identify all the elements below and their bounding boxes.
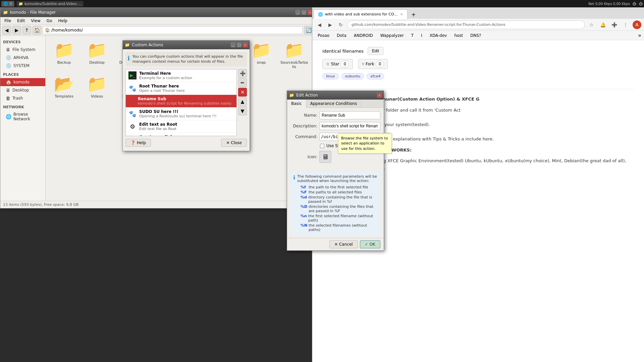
sidebar-item-browse-network[interactable]: 🌐 Browse Network <box>0 111 45 123</box>
reload-button[interactable]: ↻ <box>336 20 345 29</box>
dialog-info-box: ℹ You can configure custom actions that … <box>125 52 247 66</box>
tag-xubuntu[interactable]: xubuntu <box>341 73 364 79</box>
path-icon: 🏠 <box>45 28 50 33</box>
folder-sources[interactable]: 📁 Sources&Tarballs <box>279 39 309 70</box>
bookmark-t[interactable]: T <box>409 33 416 39</box>
folder-templates[interactable]: 📂 Templates <box>49 73 79 100</box>
params-info-header: ℹ The following command parameters will … <box>293 174 378 183</box>
action-list-container: ▶_ Terminal Here Example for a custom ac… <box>125 69 247 137</box>
menu-edit[interactable]: Edit <box>14 18 28 24</box>
dialog-maximize-button[interactable]: □ <box>237 43 241 47</box>
fork-icon: ⑂ <box>362 62 364 66</box>
back-button[interactable]: ◀ <box>2 26 11 35</box>
tag-linux[interactable]: linux <box>322 73 339 79</box>
add-action-button[interactable]: ➕ <box>238 69 247 78</box>
action-item-root-thunar[interactable]: 🐾 Root Thunar here Open a root Thunar he… <box>126 82 236 95</box>
dialog-close-button[interactable]: × <box>243 43 248 47</box>
startup-notification-checkbox[interactable] <box>320 144 324 148</box>
help-button[interactable]: ❓ Help <box>125 139 151 147</box>
bookmark-i[interactable]: I <box>418 33 425 39</box>
back-nav-button[interactable]: ◀ <box>315 20 324 29</box>
devices-title: DEVICES <box>0 39 45 46</box>
bookmark-posao[interactable]: Posao <box>315 33 332 39</box>
bookmark-dns[interactable]: DNS? <box>468 33 484 39</box>
bookmark-dota[interactable]: Dota <box>334 33 349 39</box>
maximize-button[interactable]: □ <box>302 10 306 15</box>
folder-desktop[interactable]: 📁 Desktop <box>82 39 112 70</box>
taskbar-item-filemanager[interactable]: 📁 komodev/Subtitle-and-Video-... <box>16 1 84 7</box>
notification-bell-button[interactable]: 🔔 <box>598 20 607 29</box>
close-button[interactable]: × <box>308 10 312 15</box>
sidebar-item-komodo[interactable]: 🏠 komodo <box>0 78 45 86</box>
param-n: %n the first selected filename (without … <box>301 214 378 223</box>
folder-videos[interactable]: 📁 Videos <box>82 73 112 100</box>
action-item-edit-root[interactable]: ⚙ Edit text as Root Edit text file as Ro… <box>126 120 236 133</box>
sidebar-item-system[interactable]: 💿 SYSTEM <box>0 62 45 70</box>
url-bar[interactable]: github.com/komodev/Subtitle-and-Video-Re… <box>347 20 585 29</box>
dialog-minimize-button[interactable]: _ <box>231 43 235 47</box>
description-input[interactable] <box>319 122 380 130</box>
folder-snap-label: snap <box>248 60 275 65</box>
move-down-button[interactable]: ▼ <box>238 107 247 115</box>
custom-actions-title: Custom Actions <box>132 43 163 47</box>
sidebar-item-filesystem[interactable]: 🖥 File System <box>0 46 45 54</box>
folder-snap-icon: 📁 <box>248 41 275 60</box>
edit-root-icon: ⚙ <box>128 122 137 130</box>
minimize-button[interactable]: _ <box>296 10 300 15</box>
url-text: github.com/komodev/Subtitle-and-Video-Re… <box>352 22 505 27</box>
menu-help[interactable]: Help <box>55 18 70 24</box>
tab-appearance-conditions[interactable]: Appearance Conditions <box>306 100 361 108</box>
action-item-terminal[interactable]: ▶_ Terminal Here Example for a custom ac… <box>126 69 236 82</box>
menu-file[interactable]: File <box>2 18 14 24</box>
home-button[interactable]: 🏠 <box>33 26 41 35</box>
name-input[interactable] <box>319 111 380 119</box>
bookmark-wappalyzer[interactable]: Wappalyzer <box>378 33 407 39</box>
ok-button[interactable]: ✓ OK <box>360 240 380 248</box>
sidebar-item-arhiva[interactable]: 💿 ARHIVA <box>0 54 45 62</box>
identical-files-text: identical filenames <box>322 49 364 54</box>
close-dialog-button[interactable]: ✕ Close <box>221 139 247 147</box>
taskbar-item-komodev[interactable]: 🌐 ☰ <box>1 1 14 7</box>
up-button[interactable]: ↑ <box>22 26 31 35</box>
menu-go[interactable]: Go <box>44 18 55 24</box>
menu-view[interactable]: View <box>28 18 43 24</box>
user-avatar[interactable]: A <box>633 20 641 29</box>
icon-preview[interactable]: 🖥 <box>319 151 331 163</box>
new-tab-button[interactable]: + <box>409 10 418 19</box>
edit-action-button[interactable]: ✏ <box>238 78 247 87</box>
edit-button[interactable]: Edit <box>368 47 383 55</box>
path-text: /home/komodo/ <box>51 28 83 33</box>
tab-close-icon[interactable]: × <box>400 12 403 16</box>
sidebar-item-trash[interactable]: 🗑 Trash <box>0 94 45 102</box>
tab-basic[interactable]: Basic <box>287 100 306 108</box>
bookmark-xda[interactable]: XDA-dev <box>427 33 450 39</box>
dialog-folder-icon: 📁 <box>125 43 130 47</box>
bookmark-android[interactable]: ANDROID <box>351 33 376 39</box>
bookmark-host[interactable]: host <box>451 33 466 39</box>
star-button[interactable]: ☆ Star 0 <box>322 59 353 69</box>
folder-backup[interactable]: 📁 Backup <box>49 39 79 70</box>
bookmark-star-button[interactable]: ☆ <box>587 20 596 29</box>
action-edit-root-desc: Edit text file as Root <box>139 127 177 131</box>
bookmarks-more-button[interactable]: » <box>638 32 641 39</box>
move-up-button[interactable]: ▲ <box>238 97 247 106</box>
action-item-sudo[interactable]: 🐾 SUDO SU here !!! Opening a Root(sudo s… <box>126 108 236 120</box>
tag-xfce4[interactable]: xfce4 <box>367 73 384 79</box>
action-item-rename-sub[interactable]: Rename Sub komodo's shell script for Ren… <box>126 95 236 108</box>
symlink-icon: 🔗 <box>128 135 137 136</box>
cancel-button[interactable]: ✕ Cancel <box>329 240 358 248</box>
power-icon[interactable]: ⏻ <box>639 2 643 6</box>
forward-button[interactable]: ▶ <box>12 26 21 35</box>
action-item-symlink[interactable]: 🔗 Create symlink Creating a symbolic lin… <box>126 133 236 136</box>
forward-nav-button[interactable]: ▶ <box>326 20 334 29</box>
fork-button[interactable]: ⑂ Fork 0 <box>358 59 388 69</box>
extensions-button[interactable]: ➕ <box>610 20 619 29</box>
chrome-menu-button[interactable]: ⋮ <box>621 20 630 29</box>
delete-action-button[interactable]: ✕ <box>238 88 247 97</box>
path-bar[interactable]: 🏠 /home/komodo/ <box>43 26 303 34</box>
folder-snap[interactable]: 📁 snap <box>246 39 276 70</box>
chrome-active-tab[interactable]: 🌐 with video and sub extensions for COPY… <box>314 9 408 19</box>
status-text: 13 items (593 bytes), Free space: 9,8 GB <box>3 202 78 207</box>
sidebar-item-desktop[interactable]: 🖥 Desktop <box>0 86 45 94</box>
edit-action-close-button[interactable]: × <box>377 93 382 98</box>
